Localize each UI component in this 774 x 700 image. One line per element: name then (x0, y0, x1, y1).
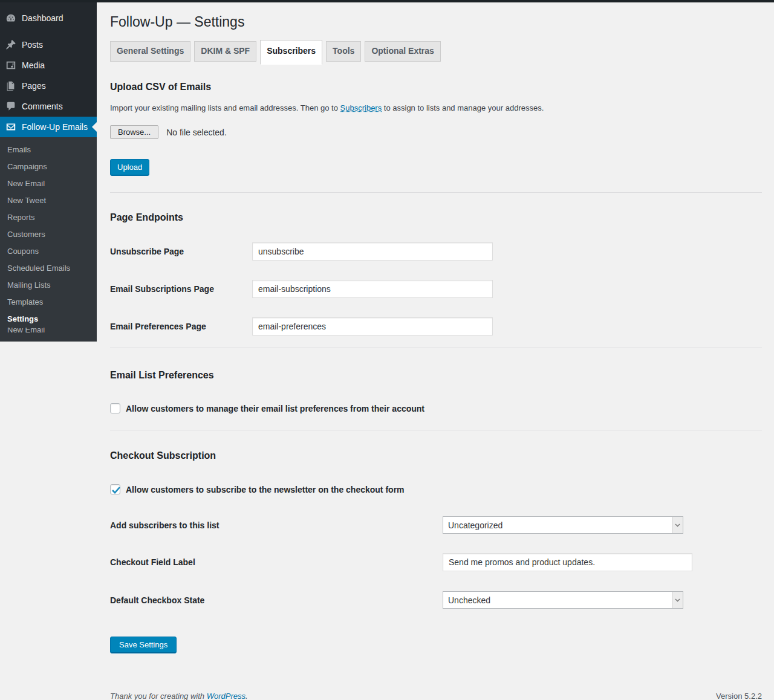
chevron-down-icon (672, 592, 683, 608)
envelope-icon (5, 121, 17, 133)
default-checkbox-state-label: Default Checkbox State (110, 595, 443, 605)
default-checkbox-state-select[interactable]: Unchecked (443, 591, 683, 609)
sidebar-item-media[interactable]: Media (0, 55, 97, 76)
sidebar-item-label: Posts (22, 40, 43, 50)
sidebar-item-posts[interactable]: Posts (0, 34, 97, 55)
pages-icon (5, 80, 17, 92)
file-status-text: No file selected. (166, 128, 227, 137)
footer-thanks-text: Thank you for creating with WordPress. (110, 692, 248, 700)
list-preferences-checkbox[interactable] (110, 403, 120, 413)
sidebar-item-label: Media (22, 60, 45, 70)
save-settings-button[interactable]: Save Settings (110, 637, 177, 653)
upload-csv-heading: Upload CSV of Emails (110, 81, 762, 92)
submenu-item-customers[interactable]: Customers (0, 226, 97, 243)
subscriber-list-select[interactable]: Uncategorized (443, 516, 683, 534)
submenu-item-clipped[interactable]: New Email (0, 328, 97, 333)
submenu-item-mailing-lists[interactable]: Mailing Lists (0, 277, 97, 294)
submenu-item-templates[interactable]: Templates (0, 294, 97, 311)
csv-file-row: Browse... No file selected. (110, 125, 762, 139)
chevron-down-icon (672, 517, 683, 533)
wordpress-link[interactable]: WordPress (207, 692, 246, 700)
subscribers-link[interactable]: Subscribers (340, 103, 382, 112)
email-preferences-page-label: Email Preferences Page (110, 322, 252, 331)
follow-up-emails-submenu: Emails Campaigns New Email New Tweet Rep… (0, 137, 97, 342)
media-icon (5, 59, 17, 71)
footer-version: Version 5.2.2 (716, 692, 762, 700)
upload-button[interactable]: Upload (110, 159, 149, 176)
unsubscribe-page-label: Unsubscribe Page (110, 247, 252, 256)
admin-bar-remnant (0, 0, 774, 2)
sidebar-item-dashboard[interactable]: Dashboard (0, 8, 97, 28)
email-subscriptions-page-row: Email Subscriptions Page (110, 280, 762, 298)
submenu-item-emails[interactable]: Emails (0, 141, 97, 158)
tab-general-settings[interactable]: General Settings (110, 41, 190, 62)
checkout-subscription-heading: Checkout Subscription (110, 450, 762, 461)
page-title: Follow-Up — Settings (110, 2, 762, 31)
default-checkbox-state-row: Default Checkbox State Unchecked (110, 591, 762, 609)
sidebar-item-label: Follow-Up Emails (22, 122, 88, 132)
unsubscribe-page-row: Unsubscribe Page (110, 242, 762, 261)
sidebar-item-follow-up-emails[interactable]: Follow-Up Emails (0, 117, 97, 137)
main-content: Follow-Up — Settings General Settings DK… (97, 0, 774, 700)
checkout-field-label-row: Checkout Field Label (110, 553, 762, 571)
list-preferences-checkbox-label: Allow customers to manage their email li… (126, 404, 424, 413)
submenu-item-scheduled-emails[interactable]: Scheduled Emails (0, 260, 97, 277)
submenu-item-new-tweet[interactable]: New Tweet (0, 192, 97, 209)
checkout-subscribe-checkbox-label: Allow customers to subscribe to the news… (126, 485, 405, 494)
list-preferences-checkbox-row: Allow customers to manage their email li… (110, 403, 762, 413)
submenu-item-reports[interactable]: Reports (0, 209, 97, 226)
comment-icon (5, 100, 17, 112)
unsubscribe-page-input[interactable] (252, 242, 493, 261)
tab-subscribers[interactable]: Subscribers (260, 40, 322, 65)
tab-optional-extras[interactable]: Optional Extras (365, 41, 440, 62)
description-text: Import your existing mailing lists and e… (110, 103, 340, 112)
add-subscribers-list-row: Add subscribers to this list Uncategoriz… (110, 516, 762, 534)
add-subscribers-list-label: Add subscribers to this list (110, 520, 443, 530)
tab-tools[interactable]: Tools (326, 41, 361, 62)
sidebar-item-label: Dashboard (22, 13, 63, 23)
browse-button[interactable]: Browse... (110, 125, 158, 139)
email-list-preferences-heading: Email List Preferences (110, 369, 762, 381)
checkout-subscribe-checkbox[interactable] (110, 484, 120, 494)
submenu-item-settings[interactable]: Settings (0, 311, 97, 328)
upload-csv-description: Import your existing mailing lists and e… (110, 103, 762, 113)
sidebar-item-comments[interactable]: Comments (0, 96, 97, 117)
section-divider (110, 430, 762, 430)
sidebar-item-pages[interactable]: Pages (0, 76, 97, 96)
admin-menu: Dashboard Posts Media Pages Comments (0, 0, 97, 137)
email-preferences-page-row: Email Preferences Page (110, 317, 762, 335)
submenu-item-new-email[interactable]: New Email (0, 175, 97, 192)
menu-separator (0, 28, 97, 34)
email-subscriptions-page-label: Email Subscriptions Page (110, 284, 252, 294)
tab-dkim-spf[interactable]: DKIM & SPF (194, 41, 256, 62)
checkout-field-label-label: Checkout Field Label (110, 557, 443, 567)
checkout-subscribe-checkbox-row: Allow customers to subscribe to the news… (110, 484, 762, 494)
pin-icon (5, 39, 17, 51)
footer: Thank you for creating with WordPress. V… (110, 692, 762, 700)
page-endpoints-heading: Page Endpoints (110, 212, 762, 223)
email-preferences-page-input[interactable] (252, 317, 493, 335)
sidebar-item-label: Pages (22, 81, 46, 91)
description-text: to assign to lists and manage your addre… (382, 103, 544, 112)
dashboard-icon (5, 12, 17, 24)
select-value: Uncategorized (443, 520, 502, 530)
section-divider (110, 192, 762, 193)
admin-sidebar: Dashboard Posts Media Pages Comments (0, 0, 97, 334)
select-value: Unchecked (443, 595, 490, 605)
section-divider (110, 348, 762, 348)
settings-tabs: General Settings DKIM & SPF Subscribers … (110, 40, 762, 65)
sidebar-item-label: Comments (22, 102, 63, 111)
submenu-item-campaigns[interactable]: Campaigns (0, 158, 97, 175)
checkout-field-label-input[interactable] (443, 553, 692, 571)
email-subscriptions-page-input[interactable] (252, 280, 493, 298)
submenu-item-coupons[interactable]: Coupons (0, 243, 97, 260)
